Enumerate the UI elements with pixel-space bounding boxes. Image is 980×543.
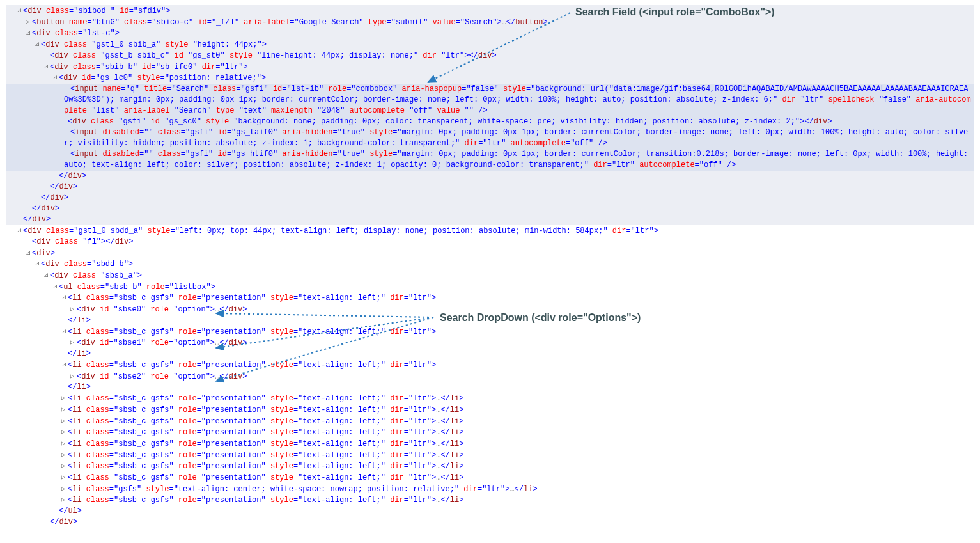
close-div[interactable]: </div> — [6, 171, 974, 182]
node-li-collapsed-0-tri[interactable]: ▷ — [61, 393, 68, 404]
node-option-0-tri[interactable]: ▷ — [70, 304, 77, 315]
node-sbdd_b[interactable]: ⊿<div class="sbdd_b"> — [6, 258, 974, 270]
node-sfdiv-tri[interactable]: ⊿ — [17, 5, 23, 16]
node-sbib_a-tri[interactable]: ⊿ — [35, 39, 41, 50]
node-option-1-tri[interactable]: ▷ — [70, 337, 77, 348]
node-option-2-tri[interactable]: ▷ — [70, 371, 77, 382]
node-anon-div[interactable]: ⊿<div> — [6, 248, 974, 259]
node-li-collapsed-5[interactable]: ▷<li class="sbsb_c gsfs" role="presentat… — [6, 450, 974, 461]
node-fl[interactable]: <div class="fl"></div> — [6, 237, 974, 248]
node-listbox-ul-tri[interactable]: ⊿ — [52, 281, 59, 292]
node-sbib_a[interactable]: ⊿<div class="gstl_0 sbib_a" style="heigh… — [6, 39, 974, 51]
close-li-1[interactable]: </li> — [6, 349, 974, 359]
close-ul[interactable]: </ul> — [6, 506, 974, 517]
node-gs_taif0[interactable]: <input disabled="" class="gsfi" id="gs_t… — [6, 127, 974, 149]
node-li-collapsed-2-tri[interactable]: ▷ — [61, 416, 68, 427]
annotation-search-field: Search Field (<input role="ComboBox">) — [575, 6, 775, 17]
node-gs_lc0[interactable]: ⊿<div id="gs_lc0" style="position: relat… — [6, 72, 974, 84]
node-sfdiv[interactable]: ⊿<div class="sbibod " id="sfdiv"> — [6, 5, 974, 17]
node-li-2-tri[interactable]: ⊿ — [61, 359, 68, 370]
node-li-1-tri[interactable]: ⊿ — [61, 326, 68, 337]
node-sbdd_a[interactable]: ⊿<div class="gstl_0 sbdd_a" style="left:… — [6, 225, 974, 237]
node-option-2[interactable]: ▷<div id="sbse2" role="option">…</div> — [6, 371, 974, 382]
node-li-collapsed-2[interactable]: ▷<li class="sbsb_c gsfs" role="presentat… — [6, 416, 974, 427]
node-lst-ib-input[interactable]: <input name="q" title="Search" class="gs… — [6, 84, 974, 116]
close-div[interactable]: </div> — [6, 182, 974, 193]
node-li-1[interactable]: ⊿<li class="sbsb_c gsfs" role="presentat… — [6, 326, 974, 338]
node-li-collapsed-8-tri[interactable]: ▷ — [61, 484, 68, 494]
dom-inspector-tree: ⊿<div class="sbibod " id="sfdiv">▷<butto… — [6, 5, 974, 528]
node-option-1[interactable]: ▷<div id="sbse1" role="option">…</div> — [6, 337, 974, 349]
close-div[interactable]: </div> — [6, 517, 974, 528]
node-lst-c-tri[interactable]: ⊿ — [26, 28, 32, 38]
node-gs_lc0-tri[interactable]: ⊿ — [52, 72, 59, 83]
node-li-collapsed-8[interactable]: ▷<li class="gsfs" style="text-align: cen… — [6, 484, 974, 495]
node-li-collapsed-4-tri[interactable]: ▷ — [61, 438, 68, 449]
node-sb_ifc0[interactable]: ⊿<div class="sbib_b" id="sb_ifc0" dir="l… — [6, 61, 974, 73]
node-sbsb_a-tri[interactable]: ⊿ — [43, 270, 50, 281]
close-li-2[interactable]: </li> — [6, 382, 974, 393]
node-li-collapsed-9[interactable]: ▷<li class="sbsb_c gsfs" role="presentat… — [6, 494, 974, 506]
node-li-collapsed-6[interactable]: ▷<li class="sbsb_c gsfs" role="presentat… — [6, 460, 974, 472]
node-li-collapsed-4[interactable]: ▷<li class="sbsb_c gsfs" role="presentat… — [6, 438, 974, 450]
close-div[interactable]: </div> — [6, 193, 974, 203]
node-li-collapsed-1-tri[interactable]: ▷ — [61, 404, 68, 415]
node-lst-c[interactable]: ⊿<div class="lst-c"> — [6, 28, 974, 39]
node-li-collapsed-5-tri[interactable]: ▷ — [61, 450, 68, 460]
node-btnG[interactable]: ▷<button name="btnG" class="sbico-c" id=… — [6, 17, 974, 28]
node-li-collapsed-6-tri[interactable]: ▷ — [61, 460, 68, 471]
node-gs_sc0[interactable]: <div class="gsfi" id="gs_sc0" style="bac… — [6, 116, 974, 127]
node-li-collapsed-7-tri[interactable]: ▷ — [61, 472, 68, 483]
node-li-2[interactable]: ⊿<li class="sbsb_c gsfs" role="presentat… — [6, 359, 974, 371]
node-li-collapsed-3[interactable]: ▷<li class="sbsb_c gsfs" role="presentat… — [6, 427, 974, 438]
node-anon-div-tri[interactable]: ⊿ — [26, 248, 32, 258]
node-sbdd_b-tri[interactable]: ⊿ — [35, 258, 41, 269]
node-sb_ifc0-tri[interactable]: ⊿ — [43, 61, 50, 72]
annotation-search-dropdown: Search DropDown (<div role="Options">) — [440, 312, 641, 323]
node-li-0[interactable]: ⊿<li class="sbsb_c gsfs" role="presentat… — [6, 292, 974, 304]
node-listbox-ul[interactable]: ⊿<ul class="sbsb_b" role="listbox"> — [6, 281, 974, 293]
node-li-collapsed-1[interactable]: ▷<li class="sbsb_c gsfs" role="presentat… — [6, 404, 974, 416]
node-li-collapsed-9-tri[interactable]: ▷ — [61, 494, 68, 505]
node-btnG-tri[interactable]: ▷ — [26, 17, 32, 28]
node-sbsb_a[interactable]: ⊿<div class="sbsb_a"> — [6, 270, 974, 281]
node-li-collapsed-0[interactable]: ▷<li class="sbsb_c gsfs" role="presentat… — [6, 393, 974, 404]
node-li-0-tri[interactable]: ⊿ — [61, 292, 68, 303]
node-li-collapsed-7[interactable]: ▷<li class="sbsb_c gsfs" role="presentat… — [6, 472, 974, 484]
node-gs_st0[interactable]: <div class="gsst_b sbib_c" id="gs_st0" s… — [6, 51, 974, 61]
node-sbdd_a-tri[interactable]: ⊿ — [17, 225, 23, 236]
node-li-collapsed-3-tri[interactable]: ▷ — [61, 427, 68, 437]
close-div[interactable]: </div> — [6, 214, 974, 225]
node-gs_htif0[interactable]: <input disabled="" class="gsfi" id="gs_h… — [6, 149, 974, 171]
highlighted-block: ⊿<div class="sbibod " id="sfdiv">▷<butto… — [6, 5, 974, 225]
close-div[interactable]: </div> — [6, 203, 974, 214]
